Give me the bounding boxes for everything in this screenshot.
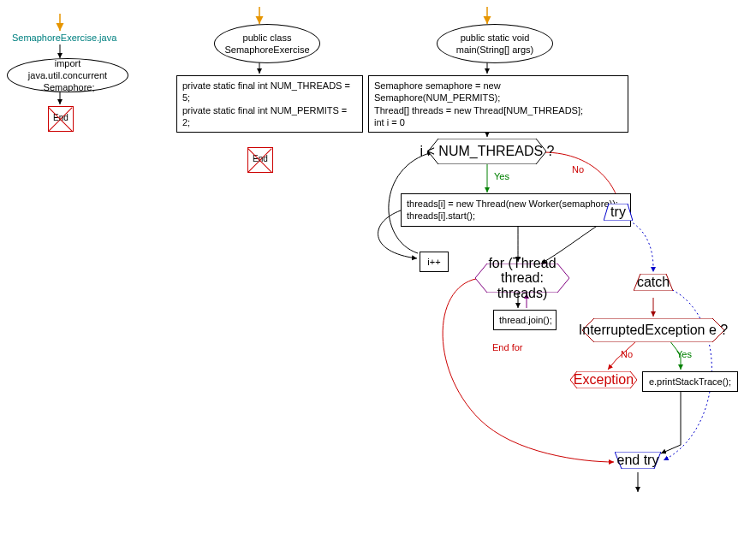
endfor-label: End for xyxy=(492,342,522,352)
exc-cond-node: InterruptedException e ? xyxy=(582,318,724,342)
no-label-2: No xyxy=(621,349,633,359)
end-text-2: End xyxy=(253,153,268,164)
endtry-text: end try xyxy=(617,453,659,468)
class-node: public class SemaphoreExercise xyxy=(214,24,320,63)
inc-text: i++ xyxy=(427,257,440,267)
yes-label-1: Yes xyxy=(494,171,509,181)
for-node: for (Thread thread: threads) xyxy=(475,264,569,293)
stacktrace-node: e.printStackTrace(); xyxy=(642,371,738,392)
stacktrace-text: e.printStackTrace(); xyxy=(649,376,731,387)
import-node: import java.util.concurrent .Semaphore; xyxy=(7,58,128,92)
class-text: public class SemaphoreExercise xyxy=(224,32,309,56)
end-node-2: End xyxy=(247,147,273,173)
exc-cond-text: InterruptedException e ? xyxy=(579,323,728,338)
endtry-node: end try xyxy=(615,452,661,469)
try-node: try xyxy=(604,204,633,221)
body-node: threads[i] = new Thread(new Worker(semap… xyxy=(401,193,631,227)
fields-node: private static final int NUM_THREADS = 5… xyxy=(176,75,363,133)
cond-text: i < NUM_THREADS ? xyxy=(420,144,555,159)
join-text: thread.join(); xyxy=(499,315,552,325)
catch-node: catch xyxy=(634,274,673,291)
no-label-1: No xyxy=(572,164,584,175)
main-node: public static void main(String[] args) xyxy=(437,24,553,63)
title-label: SemaphoreExercise.java xyxy=(12,33,116,43)
cond-node: i < NUM_THREADS ? xyxy=(428,139,546,164)
exception-node: Exception xyxy=(570,371,637,388)
exception-text: Exception xyxy=(574,372,634,388)
catch-text: catch xyxy=(637,275,670,290)
init-text: Semaphore semaphore = new Semaphore(NUM_… xyxy=(374,80,622,128)
end-text-1: End xyxy=(53,112,68,123)
inc-node: i++ xyxy=(420,252,449,272)
try-text: try xyxy=(610,204,626,220)
end-node-1: End xyxy=(48,106,74,132)
main-text: public static void main(String[] args) xyxy=(456,32,533,56)
for-text: for (Thread thread: threads) xyxy=(475,256,569,301)
import-text: import java.util.concurrent .Semaphore; xyxy=(15,57,121,94)
body-text: threads[i] = new Thread(new Worker(semap… xyxy=(407,198,625,222)
init-node: Semaphore semaphore = new Semaphore(NUM_… xyxy=(368,75,628,133)
yes-label-2: Yes xyxy=(676,349,692,359)
fields-text: private static final int NUM_THREADS = 5… xyxy=(182,80,357,128)
join-node: thread.join(); xyxy=(493,310,557,330)
